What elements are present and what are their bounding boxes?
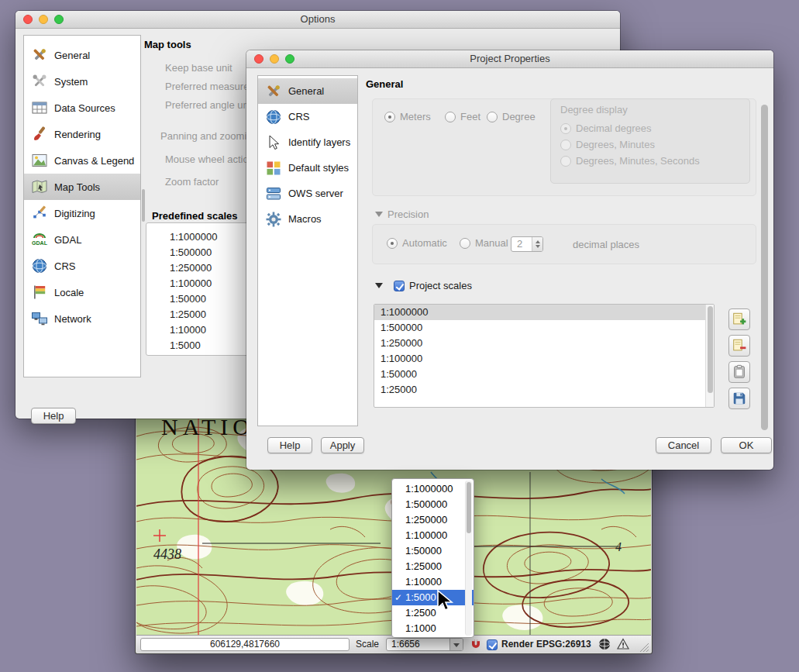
scale-option[interactable]: 1:2500 [392, 605, 474, 621]
scale-combobox[interactable]: 1:6656 [386, 638, 463, 651]
map-label-elevation: 4438 [153, 546, 181, 562]
sidebar-item-rendering[interactable]: Rendering [24, 121, 140, 147]
sidebar-item-general[interactable]: General [258, 78, 357, 104]
crs-status-icon[interactable] [598, 638, 611, 650]
disclosure-triangle-icon[interactable] [375, 212, 383, 217]
feet-radio[interactable] [445, 112, 456, 122]
sidebar-item-label: Macros [288, 213, 322, 225]
sidebar-item-general[interactable]: General [24, 42, 140, 68]
svg-text:GDAL: GDAL [32, 240, 48, 246]
sidebar-item-system[interactable]: System [24, 68, 140, 95]
scale-option-selected[interactable]: 1:5000 [392, 590, 474, 605]
project-scales-list[interactable]: 1:1000000 1:500000 1:250000 1:100000 1:5… [374, 304, 715, 408]
add-scale-button[interactable] [728, 308, 750, 330]
scale-option[interactable]: 1:1000 [392, 621, 474, 636]
sidebar-item-label: OWS server [288, 188, 343, 199]
scale-option[interactable]: 1:250000 [392, 512, 474, 528]
sidebar-item-data-sources[interactable]: Data Sources [24, 95, 140, 121]
list-item[interactable]: 1:50000 [374, 367, 714, 382]
decimal-places-label: decimal places [573, 239, 639, 250]
styles-icon [265, 160, 282, 177]
automatic-label: Automatic [402, 237, 447, 249]
list-item[interactable]: 1:1000000 [374, 305, 714, 320]
precision-section-header[interactable]: Precision [375, 208, 429, 220]
messages-warning-icon[interactable] [617, 638, 629, 650]
project-scales-header[interactable]: Project scales [375, 280, 472, 291]
sidebar-item-macros[interactable]: Macros [258, 206, 357, 232]
sidebar-item-ows-server[interactable]: OWS server [258, 181, 357, 206]
list-scrollbar[interactable] [705, 305, 714, 407]
load-scales-button[interactable] [728, 361, 750, 383]
remove-scale-button[interactable] [728, 335, 750, 357]
scrollbar-thumb[interactable] [708, 306, 713, 393]
decimal-degrees-radio [560, 123, 571, 134]
decimal-places-spinner[interactable]: 2 [511, 236, 543, 252]
scale-option[interactable]: 1:1000000 [392, 481, 474, 497]
list-item[interactable]: 1:25000 [374, 382, 714, 398]
meters-radio[interactable] [384, 112, 395, 122]
list-item[interactable]: 1:500000 [374, 320, 714, 336]
popup-scrollbar[interactable] [465, 481, 472, 636]
help-button[interactable]: Help [31, 408, 76, 424]
radio-row-feet[interactable]: Feet [445, 111, 480, 122]
list-item[interactable]: 1:100000 [374, 351, 714, 367]
close-button[interactable] [254, 54, 263, 64]
scale-option[interactable]: 1:25000 [392, 559, 474, 574]
close-button[interactable] [23, 15, 33, 24]
scale-option[interactable]: 1:500000 [392, 497, 474, 512]
scale-option[interactable]: 1:100000 [392, 528, 474, 543]
sidebar-item-label: Data Sources [54, 102, 115, 114]
scale-option[interactable]: 1:10000 [392, 574, 474, 590]
spinner-arrows-icon[interactable] [532, 237, 542, 251]
radio-row-degree[interactable]: Degree [487, 111, 536, 122]
sidebar-item-identify-layers[interactable]: Identify layers [258, 129, 357, 155]
radio-row-manual[interactable]: Manual [460, 237, 508, 249]
sidebar-item-locale[interactable]: Locale [24, 279, 140, 305]
ok-button[interactable]: OK [721, 437, 772, 453]
apply-button[interactable]: Apply [321, 437, 364, 453]
minimize-button[interactable] [39, 15, 48, 24]
minimize-button[interactable] [270, 54, 279, 64]
sidebar-item-gdal[interactable]: GDAL GDAL [24, 226, 140, 253]
radio-row-automatic[interactable]: Automatic [387, 237, 447, 249]
scrollbar-thumb[interactable] [467, 482, 471, 533]
magnet-icon[interactable] [470, 638, 482, 650]
help-button[interactable]: Help [267, 437, 312, 453]
mouse-cursor [436, 589, 454, 612]
degree-display-label: Degree display [560, 104, 628, 115]
sidebar-item-label: General [54, 50, 90, 61]
field-label: Keep base unit [165, 62, 232, 74]
scrollbar-thumb[interactable] [761, 105, 768, 430]
degree-display-group: Degree display Decimal degrees Degrees, … [550, 98, 750, 184]
titlebar[interactable]: Options [15, 11, 620, 29]
cancel-button[interactable]: Cancel [656, 437, 711, 453]
sidebar-item-crs[interactable]: CRS [24, 253, 140, 279]
zoom-button[interactable] [285, 54, 294, 64]
render-checkbox[interactable] [487, 639, 498, 650]
sidebar-item-network[interactable]: Network [24, 305, 140, 332]
feet-label: Feet [460, 111, 480, 122]
list-item[interactable]: 1:250000 [374, 336, 714, 351]
manual-radio[interactable] [460, 238, 470, 249]
sidebar-item-default-styles[interactable]: Default styles [258, 155, 357, 181]
coordinate-box[interactable]: 606129,4817660 [140, 638, 350, 651]
automatic-radio[interactable] [387, 238, 398, 249]
sidebar-item-digitizing[interactable]: Digitizing [24, 200, 140, 226]
sidebar-item-crs[interactable]: CRS [258, 104, 357, 129]
titlebar[interactable]: Project Properties [246, 50, 773, 68]
resize-grip[interactable] [637, 640, 649, 653]
scale-option[interactable]: 1:50000 [392, 543, 474, 559]
save-scales-button[interactable] [728, 388, 750, 409]
zoom-button[interactable] [54, 15, 64, 24]
flag-icon [31, 284, 48, 301]
scrollbar-thumb[interactable] [142, 189, 145, 222]
chevron-down-icon[interactable] [449, 639, 463, 650]
disclosure-triangle-icon[interactable] [375, 283, 383, 288]
radio-row-meters[interactable]: Meters [384, 111, 431, 122]
project-scales-checkbox[interactable] [394, 281, 405, 291]
sidebar-item-canvas-legend[interactable]: Canvas & Legend [24, 147, 140, 174]
degree-radio[interactable] [487, 112, 498, 122]
radio-row-degrees-minutes-seconds: Degrees, Minutes, Seconds [560, 155, 700, 167]
degrees-minutes-seconds-label: Degrees, Minutes, Seconds [576, 155, 700, 167]
sidebar-item-map-tools[interactable]: Map Tools [24, 174, 140, 200]
